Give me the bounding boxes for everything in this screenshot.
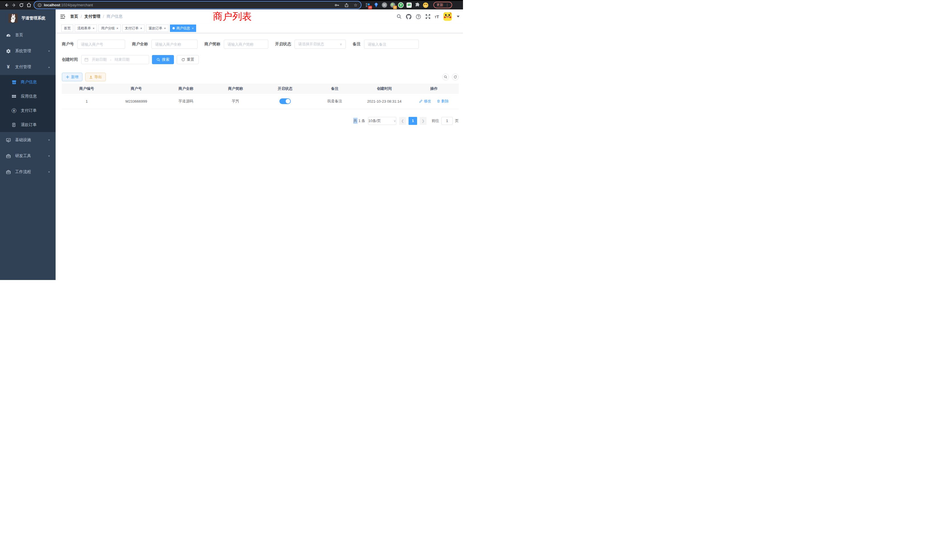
date-range-input[interactable]: 开始日期 - 结束日期	[81, 55, 149, 64]
breadcrumb-home[interactable]: 首页	[70, 14, 78, 19]
close-icon[interactable]: ×	[164, 27, 166, 30]
prev-page-button[interactable]: ❮	[399, 117, 406, 125]
page-unit-label: 页	[455, 118, 459, 123]
search-icon	[444, 75, 447, 79]
app-logo-rabbit-image	[9, 14, 18, 23]
filter-label: 开启状态	[275, 42, 295, 47]
cell-merchant-no: M233666999	[112, 94, 161, 109]
page-size-select[interactable]: 10条/页 ∨	[368, 117, 396, 125]
status-toggle[interactable]	[279, 98, 291, 104]
reset-button[interactable]: 重置	[177, 55, 199, 64]
fullscreen-icon[interactable]	[425, 14, 431, 19]
sidebar-item-infrastructure[interactable]: 基础设施 ▼	[0, 132, 56, 148]
toggle-search-button[interactable]	[442, 74, 449, 80]
delete-label: 删除	[441, 98, 449, 104]
remark-input[interactable]	[364, 39, 419, 49]
sidebar-item-refund-orders[interactable]: 退款订单	[0, 118, 56, 132]
extension-y-icon[interactable]	[398, 2, 404, 8]
chevron-up-icon: ▲	[48, 66, 50, 68]
share-icon[interactable]	[344, 3, 349, 8]
browser-back-button[interactable]	[3, 2, 10, 9]
add-label: 新增	[71, 74, 79, 80]
tab-label: 首页	[64, 26, 71, 31]
page-number-button[interactable]: 1	[409, 117, 417, 125]
export-button[interactable]: 导出	[85, 73, 106, 81]
browser-reload-button[interactable]	[18, 2, 25, 9]
sidebar-item-label: 系统管理	[15, 48, 48, 54]
extensions-puzzle-icon[interactable]	[415, 2, 420, 8]
password-key-icon[interactable]	[335, 3, 339, 8]
date-separator: -	[110, 58, 111, 62]
col-short-name: 商户简称	[211, 83, 260, 94]
status-select[interactable]: 请选择开启状态 ∨	[295, 39, 346, 49]
avatar-caret-icon[interactable]	[457, 16, 460, 17]
extensions-row: 10 ⌘ 1 更新 ⋮	[365, 2, 452, 8]
tab-merchant-info[interactable]: 商户信息×	[170, 24, 196, 32]
sidebar-item-payment[interactable]: ¥ 支付管理 ▲	[0, 59, 56, 75]
toolbox-icon	[6, 170, 11, 174]
annotation-title: 商户列表	[213, 10, 252, 23]
breadcrumb-payment[interactable]: 支付管理	[85, 14, 100, 19]
tab-home[interactable]: 首页	[61, 24, 73, 32]
extension-gem-icon[interactable]	[373, 2, 379, 8]
profile-emoji-avatar[interactable]	[423, 2, 428, 8]
sidebar-item-workflow[interactable]: 工作流程 ▼	[0, 164, 56, 180]
chevron-down-icon: ▼	[48, 155, 50, 157]
sidebar-item-pay-orders[interactable]: ¥ 支付订单	[0, 103, 56, 118]
merchant-no-input[interactable]	[77, 39, 125, 49]
page-info-icon[interactable]	[38, 3, 42, 7]
sidebar-item-dev-tools[interactable]: 研发工具 ▼	[0, 148, 56, 164]
sidebar-item-label: 研发工具	[15, 153, 48, 159]
browser-home-button[interactable]	[25, 2, 32, 9]
app-logo-row[interactable]: 芋道管理系统	[0, 9, 56, 27]
browser-forward-button[interactable]	[10, 2, 18, 9]
search-icon[interactable]	[396, 14, 402, 19]
user-avatar[interactable]	[443, 12, 452, 21]
browser-update-button[interactable]: 更新 ⋮	[433, 2, 452, 8]
toggle-knob	[286, 99, 290, 103]
extension-command-icon[interactable]: ⌘	[381, 2, 387, 8]
font-size-icon[interactable]: TT	[435, 14, 439, 19]
refresh-table-button[interactable]	[452, 74, 459, 80]
close-icon[interactable]: ×	[140, 27, 142, 30]
close-icon[interactable]: ×	[93, 27, 94, 30]
sidebar-item-home[interactable]: 首页	[0, 27, 56, 43]
help-icon[interactable]	[416, 14, 421, 20]
browser-menu-icon[interactable]: ⋮	[445, 3, 449, 7]
delete-link[interactable]: 删除	[437, 98, 449, 104]
total-prefix: 共	[353, 118, 357, 124]
back-icon	[4, 3, 9, 8]
address-bar[interactable]: localhost:1024/pay/merchant ☆	[34, 2, 361, 9]
search-button[interactable]: 搜索	[152, 55, 174, 64]
extension-status-icon[interactable]: 1	[390, 2, 395, 8]
full-name-input[interactable]	[151, 39, 198, 49]
cell-remark: 我是备注	[310, 94, 360, 109]
tab-process-form[interactable]: 流程表单×	[75, 24, 97, 32]
tab-refund-orders[interactable]: 退款订单×	[146, 24, 168, 32]
edit-link[interactable]: 修改	[419, 98, 431, 104]
short-name-input[interactable]	[224, 39, 268, 49]
breadcrumb: 首页 / 支付管理 / 商户信息	[70, 14, 123, 19]
github-icon[interactable]	[406, 14, 412, 20]
next-page-button[interactable]: ❯	[420, 117, 427, 125]
filter-label: 商户号	[62, 42, 77, 47]
tab-user-group[interactable]: 用户分组×	[98, 24, 121, 32]
chevron-down-icon: ∨	[393, 119, 396, 123]
close-icon[interactable]: ×	[117, 27, 118, 30]
sidebar-collapse-button[interactable]	[60, 14, 65, 20]
sidebar-item-merchant-info[interactable]: 商户信息	[0, 75, 56, 89]
sidebar-item-system[interactable]: 系统管理 ▼	[0, 43, 56, 59]
main-content: 商户号 商户全称 商户简称 开启状态 请选择开启状态 ∨ 备注 创建时间	[56, 33, 463, 280]
tab-pay-orders[interactable]: 支付订单×	[122, 24, 145, 32]
extension-chat-icon[interactable]	[406, 2, 412, 8]
pencil-icon	[419, 100, 422, 103]
table-row: 1 M233666999 芋道源码 芋艿 我是备注 2021-10-23 08:…	[62, 94, 459, 109]
extension-sidebar-icon[interactable]: 10	[365, 2, 371, 8]
bookmark-star-icon[interactable]: ☆	[354, 3, 357, 8]
filter-merchant-no: 商户号	[62, 39, 125, 49]
goto-page-input[interactable]	[441, 117, 453, 125]
calendar-icon	[85, 58, 88, 62]
add-button[interactable]: 新增	[62, 73, 82, 81]
sidebar-item-app-info[interactable]: 应用信息	[0, 89, 56, 103]
close-icon[interactable]: ×	[192, 27, 194, 30]
